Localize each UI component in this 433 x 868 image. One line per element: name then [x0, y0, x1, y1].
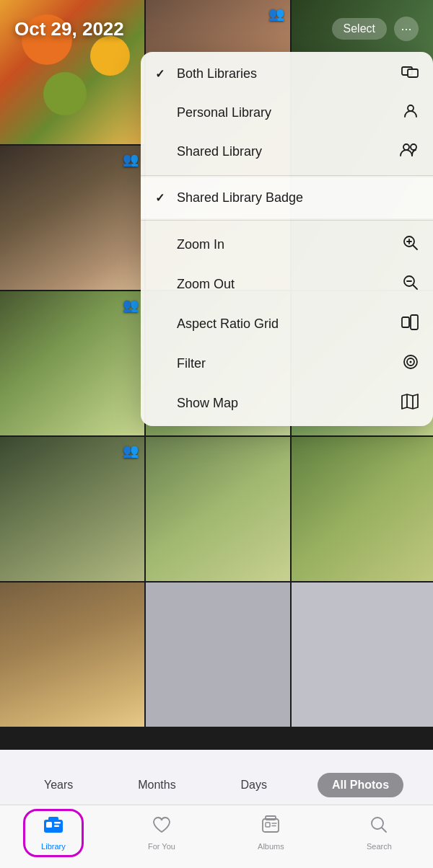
nav-item-search[interactable]: Search: [352, 812, 406, 854]
checkmark-both: ✓: [155, 67, 170, 81]
photo-cell-outdoor2[interactable]: [146, 437, 290, 581]
tab-days[interactable]: Days: [227, 773, 281, 797]
albums-icon: [261, 815, 281, 839]
svg-rect-21: [48, 817, 58, 821]
timeline-tabs: Years Months Days All Photos: [0, 763, 433, 805]
for-you-icon: [152, 815, 172, 839]
photo-cell-gray2[interactable]: [292, 583, 433, 727]
label-both-libraries: Both Libraries: [177, 66, 257, 81]
svg-rect-23: [54, 822, 61, 824]
svg-point-4: [411, 144, 416, 150]
svg-line-10: [414, 285, 418, 290]
photo-cell-group1[interactable]: 👥: [0, 291, 144, 435]
photo-cell-gray1[interactable]: [146, 583, 290, 727]
people-icon-4: 👥: [123, 443, 139, 459]
tab-all-photos[interactable]: All Photos: [318, 773, 403, 797]
menu-section-badge: ✓ Shared Library Badge: [141, 177, 433, 218]
svg-point-16: [410, 361, 412, 363]
svg-line-6: [414, 246, 418, 250]
library-icon: [43, 815, 64, 839]
nav-item-albums[interactable]: Albums: [243, 812, 299, 854]
icon-shared-library: [400, 143, 419, 161]
menu-item-shared-badge[interactable]: ✓ Shared Library Badge: [141, 180, 433, 216]
label-zoom-out: Zoom Out: [177, 277, 235, 292]
photo-cell-family[interactable]: 👥: [0, 437, 144, 581]
label-aspect-ratio: Aspect Ratio Grid: [177, 316, 279, 332]
svg-marker-17: [402, 394, 418, 409]
icon-aspect-ratio: [401, 314, 419, 334]
svg-rect-22: [46, 822, 52, 828]
menu-item-filter[interactable]: Filter: [141, 344, 433, 384]
menu-item-show-map[interactable]: Show Map: [141, 384, 433, 423]
svg-line-31: [382, 828, 386, 832]
header-date: Oct 29, 2022: [14, 18, 124, 40]
more-button[interactable]: ···: [394, 17, 419, 41]
icon-zoom-in: [403, 235, 419, 254]
menu-section-view: Zoom In Zoom Out: [141, 222, 433, 426]
icon-both-libraries: [401, 65, 419, 83]
divider-2: [141, 220, 433, 221]
photo-cell-bread[interactable]: [0, 583, 144, 727]
header-bar: Oct 29, 2022 Select ···: [0, 0, 433, 58]
nav-item-library[interactable]: Library: [27, 812, 80, 854]
divider-1: [141, 175, 433, 176]
people-icon-2: 👥: [123, 151, 139, 167]
bottom-area: Years Months Days All Photos Library: [0, 763, 433, 868]
svg-rect-1: [408, 69, 418, 77]
checkmark-badge: ✓: [155, 191, 170, 205]
tab-years[interactable]: Years: [30, 773, 87, 797]
nav-item-for-you[interactable]: For You: [134, 812, 190, 854]
menu-item-personal-library[interactable]: Personal Library: [141, 93, 433, 133]
header-buttons: Select ···: [332, 17, 419, 41]
label-show-map: Show Map: [177, 396, 238, 411]
icon-personal-library: [403, 103, 419, 123]
menu-item-zoom-out[interactable]: Zoom Out: [141, 265, 433, 304]
select-button[interactable]: Select: [332, 18, 387, 40]
tab-months[interactable]: Months: [123, 773, 190, 797]
label-shared-badge: Shared Library Badge: [177, 190, 303, 205]
dropdown-menu: ✓ Both Libraries Personal Library: [141, 52, 433, 426]
svg-rect-13: [411, 315, 418, 329]
people-icon-3: 👥: [123, 297, 139, 313]
label-shared-library: Shared Library: [177, 144, 262, 159]
icon-zoom-out: [403, 275, 419, 294]
nav-label-library: Library: [41, 842, 66, 851]
icon-show-map: [401, 394, 419, 413]
svg-rect-12: [402, 317, 409, 327]
label-zoom-in: Zoom In: [177, 237, 224, 252]
label-filter: Filter: [177, 356, 206, 371]
svg-rect-26: [266, 816, 276, 820]
photo-cell-outdoor3[interactable]: [292, 437, 433, 581]
nav-label-albums: Albums: [258, 842, 284, 851]
svg-point-2: [408, 105, 414, 111]
svg-rect-27: [266, 823, 270, 827]
svg-rect-24: [54, 825, 59, 828]
menu-item-both-libraries[interactable]: ✓ Both Libraries: [141, 55, 433, 93]
svg-point-3: [403, 144, 409, 150]
menu-item-aspect-ratio[interactable]: Aspect Ratio Grid: [141, 304, 433, 344]
label-personal-library: Personal Library: [177, 105, 271, 120]
menu-item-shared-library[interactable]: Shared Library: [141, 133, 433, 171]
menu-section-libraries: ✓ Both Libraries Personal Library: [141, 52, 433, 174]
bottom-nav: Library For You Albums: [0, 805, 433, 868]
nav-label-for-you: For You: [148, 842, 175, 851]
photo-cell-woman[interactable]: 👥: [0, 146, 144, 290]
menu-item-zoom-in[interactable]: Zoom In: [141, 225, 433, 265]
icon-filter: [403, 354, 419, 373]
search-icon: [369, 815, 388, 839]
nav-label-search: Search: [367, 842, 392, 851]
